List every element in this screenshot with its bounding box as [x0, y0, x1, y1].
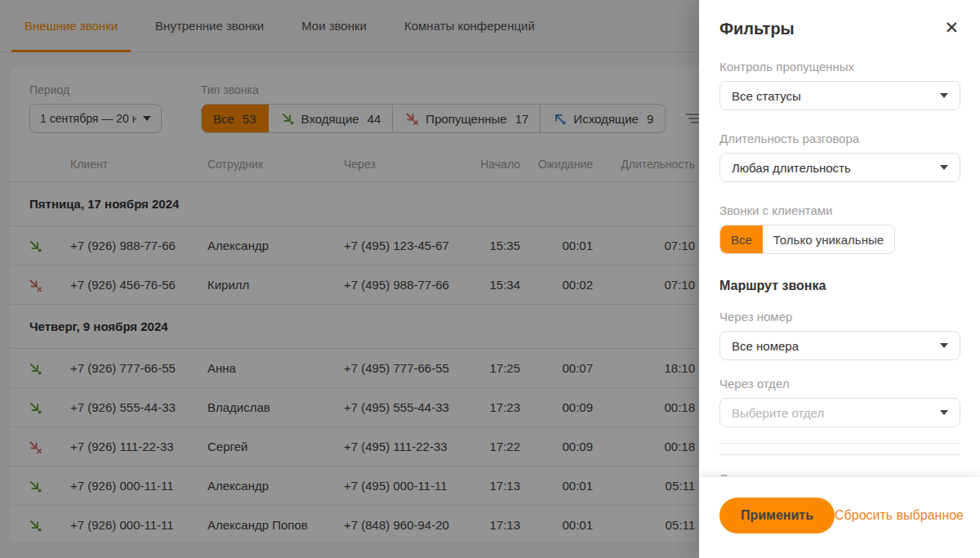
close-icon[interactable]: ✕: [942, 20, 960, 36]
via-department-placeholder: Выберите отдел: [732, 406, 933, 420]
duration-select[interactable]: Любая длительность: [719, 153, 960, 182]
client-calls-unique-button[interactable]: Только уникальные: [763, 225, 894, 253]
chevron-down-icon: [940, 410, 948, 415]
client-calls-label: Звонки с клиентами: [719, 203, 960, 217]
via-department-select[interactable]: Выберите отдел: [719, 398, 960, 427]
drawer-footer: Применить Сбросить выбранное: [699, 476, 980, 558]
reset-selected-link[interactable]: Сбросить выбранное: [835, 508, 964, 523]
route-section-title: Маршрут звонка: [719, 279, 960, 293]
chevron-down-icon: [940, 343, 948, 348]
duration-value: Любая длительность: [732, 161, 933, 175]
missed-control-label: Контроль пропущенных: [719, 60, 960, 74]
drawer-title: Фильтры: [719, 20, 795, 38]
chevron-down-icon: [940, 93, 948, 98]
via-department-label: Через отдел: [719, 377, 960, 391]
via-number-value: Все номера: [732, 339, 933, 353]
missed-control-select[interactable]: Все статусы: [719, 81, 960, 110]
app-window: Внешние звонки Внутренние звонки Мои зво…: [0, 0, 980, 558]
client-calls-toggle: Все Только уникальные: [719, 225, 895, 254]
divider: [719, 443, 960, 444]
divider: [719, 454, 960, 455]
client-calls-all-button[interactable]: Все: [720, 225, 763, 253]
filters-drawer: Фильтры ✕ Контроль пропущенных Все стату…: [699, 0, 980, 558]
filters-drawer-body: Фильтры ✕ Контроль пропущенных Все стату…: [699, 0, 980, 558]
apply-button[interactable]: Применить: [719, 498, 835, 533]
via-number-select[interactable]: Все номера: [719, 331, 960, 360]
duration-label: Длительность разговора: [719, 132, 960, 145]
via-number-label: Через номер: [719, 310, 960, 324]
missed-control-value: Все статусы: [732, 89, 933, 103]
chevron-down-icon: [940, 165, 948, 170]
